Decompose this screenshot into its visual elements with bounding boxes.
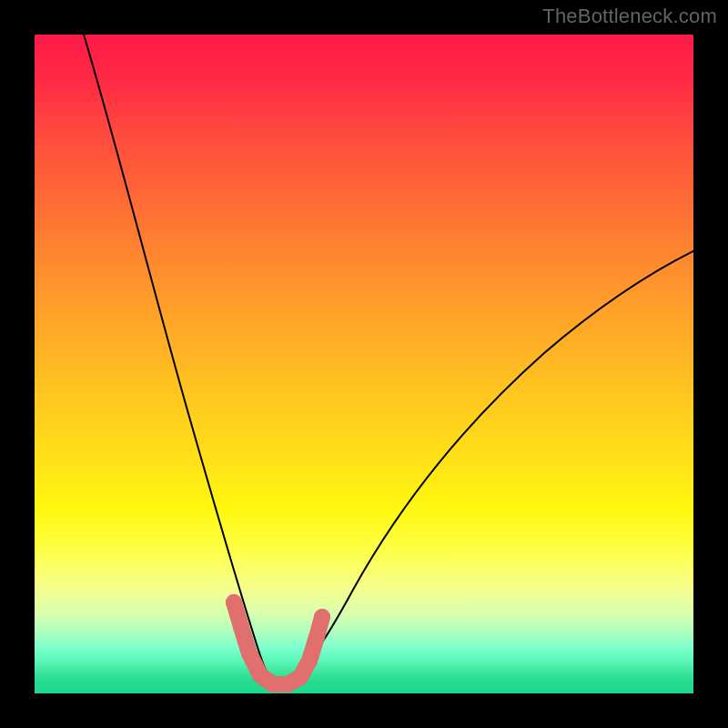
marker-dot — [265, 676, 281, 693]
marker-dot — [241, 645, 258, 662]
marker-dot — [292, 669, 308, 685]
marker-dot — [226, 594, 242, 611]
chart-frame: TheBottleneck.com — [0, 0, 728, 728]
plot-area — [35, 35, 693, 693]
curve-layer — [35, 35, 693, 693]
right-branch-curve — [277, 251, 693, 686]
marker-dot — [233, 619, 249, 635]
marker-dot — [301, 652, 318, 669]
marker-dot — [314, 609, 330, 625]
marker-dot — [308, 629, 325, 645]
left-branch-curve — [84, 35, 277, 686]
watermark-text: TheBottleneck.com — [542, 5, 717, 28]
